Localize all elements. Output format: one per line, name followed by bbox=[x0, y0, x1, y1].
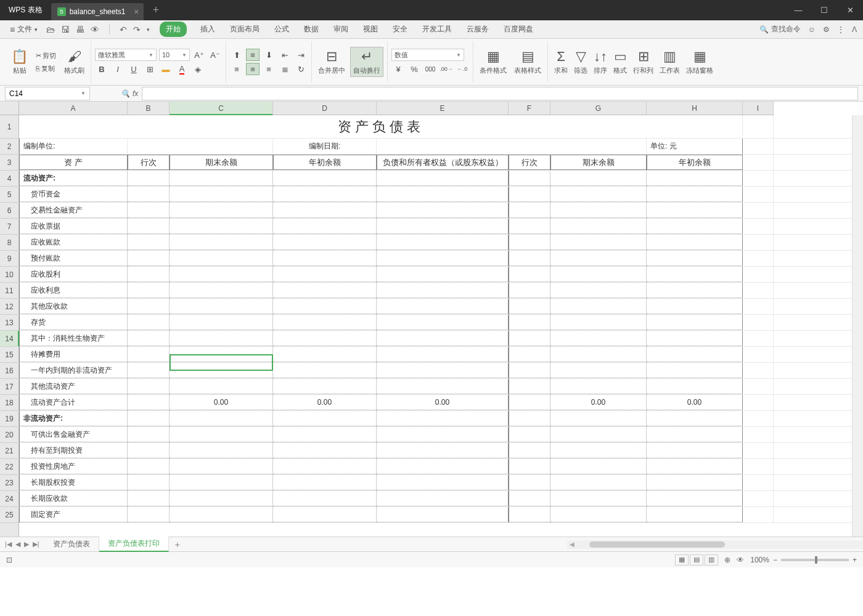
format-painter-button[interactable]: 🖌格式刷 bbox=[62, 47, 87, 76]
cell[interactable] bbox=[509, 507, 550, 522]
cell[interactable] bbox=[170, 427, 273, 442]
add-tab-button[interactable]: + bbox=[152, 4, 159, 17]
cell[interactable] bbox=[170, 203, 273, 218]
cell[interactable] bbox=[170, 507, 273, 522]
cell[interactable] bbox=[743, 331, 774, 346]
cell[interactable]: 应收利息 bbox=[19, 283, 128, 298]
cell[interactable] bbox=[377, 331, 509, 346]
cell[interactable] bbox=[743, 475, 774, 490]
cell[interactable] bbox=[273, 475, 377, 490]
cell[interactable] bbox=[743, 187, 774, 202]
cell[interactable] bbox=[377, 347, 509, 362]
cell[interactable]: 行次 bbox=[509, 155, 550, 170]
document-tab[interactable]: S balance_sheets1 × bbox=[51, 3, 144, 20]
cell[interactable]: 长期股权投资 bbox=[19, 475, 128, 490]
row-header-12[interactable]: 12 bbox=[0, 299, 18, 315]
cell[interactable] bbox=[550, 427, 647, 442]
sheet-tab-1[interactable]: 资产负债表 bbox=[44, 537, 99, 551]
cell[interactable]: 持有至到期投资 bbox=[19, 443, 128, 458]
cell[interactable] bbox=[743, 299, 774, 314]
row-header-8[interactable]: 8 bbox=[0, 235, 18, 251]
cell[interactable] bbox=[509, 379, 550, 394]
tab-view[interactable]: 视图 bbox=[362, 22, 379, 37]
gear-icon[interactable]: ⚙ bbox=[823, 25, 830, 34]
cell[interactable]: 其他应收款 bbox=[19, 299, 128, 314]
col-header-A[interactable]: A bbox=[19, 102, 128, 115]
select-all-corner[interactable] bbox=[0, 102, 19, 115]
cell[interactable]: 行次 bbox=[128, 155, 170, 170]
cell[interactable]: 一年内到期的非流动资产 bbox=[19, 363, 128, 378]
cell[interactable] bbox=[273, 411, 377, 426]
minimize-button[interactable]: — bbox=[785, 0, 811, 20]
cut-button[interactable]: ✂剪切 bbox=[34, 51, 58, 61]
cell[interactable] bbox=[377, 443, 509, 458]
first-sheet-icon[interactable]: |◀ bbox=[4, 540, 13, 548]
cell[interactable] bbox=[170, 283, 273, 298]
print-preview-icon[interactable]: 👁 bbox=[91, 25, 99, 34]
bold-button[interactable]: B bbox=[95, 63, 108, 75]
cell[interactable] bbox=[647, 299, 743, 314]
cell[interactable] bbox=[273, 267, 377, 282]
row-header-22[interactable]: 22 bbox=[0, 459, 18, 475]
cell[interactable] bbox=[743, 459, 774, 474]
cell[interactable] bbox=[647, 187, 743, 202]
cell[interactable] bbox=[170, 267, 273, 282]
cell[interactable] bbox=[170, 459, 273, 474]
cell[interactable] bbox=[647, 411, 743, 426]
increase-font-button[interactable]: A⁺ bbox=[192, 49, 206, 61]
save-icon[interactable]: 🖫 bbox=[61, 25, 70, 34]
cell[interactable] bbox=[128, 171, 170, 186]
cell[interactable] bbox=[550, 331, 647, 346]
indent-increase-button[interactable]: ⇥ bbox=[294, 49, 308, 61]
cells[interactable]: 资产负债表 编制单位:编制日期:单位: 元资 产行次期末余额年初余额负债和所有者… bbox=[19, 115, 852, 537]
cell[interactable] bbox=[647, 443, 743, 458]
row-header-7[interactable]: 7 bbox=[0, 219, 18, 235]
cell[interactable] bbox=[647, 491, 743, 506]
tab-formula[interactable]: 公式 bbox=[273, 22, 290, 37]
cell[interactable]: 长期应收款 bbox=[19, 491, 128, 506]
percent-button[interactable]: % bbox=[407, 63, 421, 75]
zoom-value[interactable]: 100% bbox=[750, 556, 769, 564]
row-header-3[interactable]: 3 bbox=[0, 155, 18, 171]
cell[interactable]: 资 产 bbox=[19, 155, 128, 170]
cell[interactable] bbox=[743, 283, 774, 298]
font-name-select[interactable]: 微软雅黑▼ bbox=[95, 49, 157, 61]
col-header-C[interactable]: C bbox=[170, 102, 273, 115]
cell[interactable] bbox=[743, 115, 774, 138]
cell[interactable] bbox=[647, 427, 743, 442]
cell[interactable] bbox=[128, 251, 170, 266]
cell[interactable] bbox=[273, 491, 377, 506]
cell[interactable] bbox=[647, 459, 743, 474]
cell[interactable] bbox=[377, 475, 509, 490]
close-button[interactable]: ✕ bbox=[837, 0, 863, 20]
cell[interactable] bbox=[170, 251, 273, 266]
copy-button[interactable]: ⎘复制 bbox=[34, 63, 58, 74]
cell[interactable] bbox=[647, 315, 743, 330]
cell[interactable] bbox=[377, 491, 509, 506]
border-button[interactable]: ⊞ bbox=[143, 63, 157, 75]
cell[interactable]: 非流动资产: bbox=[19, 411, 128, 426]
cell[interactable] bbox=[647, 379, 743, 394]
col-header-B[interactable]: B bbox=[128, 102, 170, 115]
italic-button[interactable]: I bbox=[111, 63, 125, 75]
cell[interactable] bbox=[647, 331, 743, 346]
cell[interactable]: 0.00 bbox=[273, 395, 377, 410]
cell[interactable] bbox=[743, 139, 774, 154]
cell[interactable] bbox=[128, 331, 170, 346]
col-header-I[interactable]: I bbox=[743, 102, 774, 115]
cell[interactable] bbox=[647, 363, 743, 378]
cell[interactable] bbox=[743, 267, 774, 282]
underline-button[interactable]: U bbox=[127, 63, 141, 75]
open-icon[interactable]: 🗁 bbox=[46, 25, 55, 34]
cell[interactable] bbox=[743, 443, 774, 458]
cell[interactable]: 0.00 bbox=[647, 395, 743, 410]
row-header-4[interactable]: 4 bbox=[0, 171, 18, 187]
row-header-14[interactable]: 14 bbox=[0, 331, 18, 347]
redo-icon[interactable]: ↷ bbox=[133, 25, 141, 34]
cell[interactable] bbox=[273, 171, 377, 186]
close-icon[interactable]: × bbox=[134, 7, 139, 17]
cell[interactable] bbox=[273, 507, 377, 522]
cell[interactable] bbox=[743, 395, 774, 410]
cell[interactable] bbox=[550, 443, 647, 458]
col-header-H[interactable]: H bbox=[647, 102, 743, 115]
